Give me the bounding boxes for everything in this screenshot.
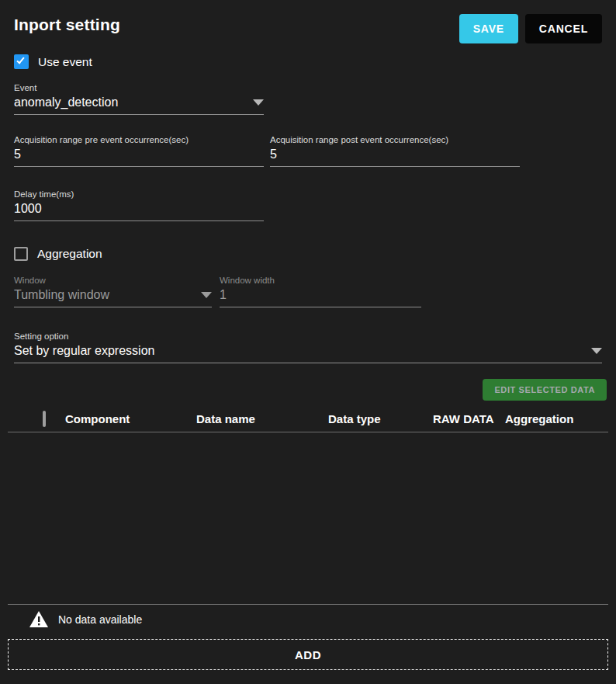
event-value: anomaly_detection <box>14 95 118 109</box>
use-event-row: Use event <box>14 54 602 69</box>
header-actions: SAVE CANCEL <box>459 14 602 43</box>
column-header-aggregation: Aggregation <box>505 412 573 425</box>
page-title: Inport setting <box>14 16 120 34</box>
window-settings-row: Window Tumbling window Window width <box>14 275 602 307</box>
use-event-label: Use event <box>38 55 92 69</box>
aggregation-label: Aggregation <box>37 247 102 261</box>
edit-selected-data-button[interactable]: EDIT SELECTED DATA <box>483 379 607 401</box>
chevron-down-icon <box>253 99 264 106</box>
acq-pre-input[interactable] <box>14 148 264 161</box>
warning-triangle-icon <box>29 611 48 627</box>
acq-post-label: Acquisition range post event occurrence(… <box>270 134 520 145</box>
dialog-header: Inport setting SAVE CANCEL <box>14 0 602 43</box>
window-select[interactable]: Window Tumbling window <box>14 275 212 307</box>
aggregation-row: Aggregation <box>14 247 602 261</box>
window-width-label: Window width <box>220 275 421 286</box>
event-label: Event <box>14 82 264 93</box>
setting-option-select[interactable]: Setting option Set by regular expression <box>14 331 602 363</box>
data-table-section: EDIT SELECTED DATA Component Data name D… <box>8 379 608 670</box>
event-value-row: anomaly_detection <box>14 93 264 115</box>
window-width-input[interactable] <box>220 288 421 302</box>
column-header-component: Component <box>65 412 196 425</box>
column-header-data-name: Data name <box>196 412 328 425</box>
event-select[interactable]: Event anomaly_detection <box>14 82 264 115</box>
chevron-down-icon <box>591 348 602 354</box>
import-setting-dialog: Inport setting SAVE CANCEL Use event Eve… <box>0 0 616 363</box>
acq-pre-label: Acquisition range pre event occurrence(s… <box>14 134 264 145</box>
cancel-button[interactable]: CANCEL <box>525 14 602 43</box>
select-all-checkbox[interactable] <box>43 411 46 427</box>
delay-time-label: Delay time(ms) <box>14 189 264 200</box>
acquisition-range-row: Acquisition range pre event occurrence(s… <box>14 134 602 167</box>
column-header-data-type: Data type <box>328 412 433 425</box>
check-icon <box>16 56 24 64</box>
window-label: Window <box>14 275 212 286</box>
save-button[interactable]: SAVE <box>459 14 518 43</box>
table-body-empty <box>8 432 608 605</box>
window-value: Tumbling window <box>14 288 109 302</box>
delay-time-field: Delay time(ms) <box>14 189 264 221</box>
acq-post-input[interactable] <box>270 148 520 161</box>
acq-pre-field: Acquisition range pre event occurrence(s… <box>14 134 264 167</box>
table-header-row: Component Data name Data type RAW DATA A… <box>8 406 608 432</box>
delay-time-input[interactable] <box>14 202 264 216</box>
no-data-row: No data available <box>8 611 608 627</box>
chevron-down-icon <box>201 292 212 298</box>
setting-option-value: Set by regular expression <box>14 344 154 358</box>
use-event-checkbox[interactable] <box>14 54 29 69</box>
column-header-raw-data: RAW DATA <box>433 412 505 425</box>
acq-post-field: Acquisition range post event occurrence(… <box>270 134 520 167</box>
add-button[interactable]: ADD <box>8 639 608 670</box>
aggregation-checkbox[interactable] <box>14 247 28 261</box>
window-width-field: Window width <box>220 275 421 307</box>
setting-option-label: Setting option <box>14 331 602 342</box>
no-data-message: No data available <box>58 613 142 626</box>
